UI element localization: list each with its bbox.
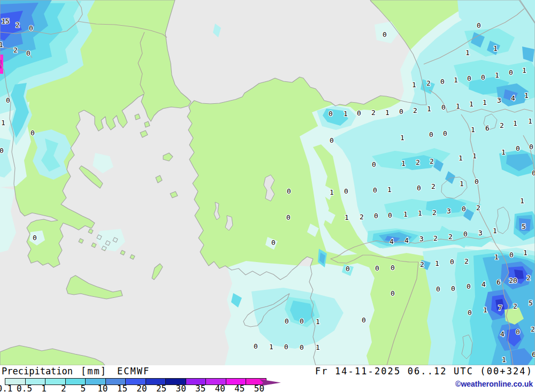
precip-value: 1 <box>330 188 334 196</box>
weather-map-page: 1520120010000011011201001013410210210111… <box>0 0 535 392</box>
precip-value: 1 <box>522 66 526 74</box>
precip-value: 0 <box>475 178 479 186</box>
precip-value: 0 <box>467 282 471 290</box>
precip-value: 0 <box>429 130 433 139</box>
precip-value: 15 <box>1 17 10 25</box>
precip-value: 7 <box>498 304 502 312</box>
precip-value: 4 <box>389 237 394 245</box>
precip-value: 2 <box>476 204 480 212</box>
precip-value: 0 <box>450 258 454 266</box>
precip-value: 0 <box>6 96 10 104</box>
color-scale-ticks: 0.10.5125101520253035404550 <box>0 383 535 392</box>
precip-value: 0 <box>477 21 481 29</box>
precip-value: 0 <box>254 342 258 350</box>
precip-value: 0 <box>26 49 30 57</box>
precip-value: 0 <box>285 317 289 325</box>
precip-value: 2 <box>500 121 504 129</box>
precip-value: 4 <box>482 280 486 288</box>
precip-value: 1 <box>493 44 498 52</box>
precip-value: 0 <box>357 109 361 117</box>
precip-value: 0 <box>399 107 403 116</box>
precip-value: 1 <box>483 98 487 106</box>
precip-value: 0 <box>375 264 379 272</box>
precip-value: 0 <box>467 74 471 82</box>
precip-value: 20 <box>509 276 517 285</box>
precip-value: 2 <box>513 302 517 310</box>
scale-tick-label: 5 <box>80 383 86 392</box>
precip-value: 1 <box>528 117 532 125</box>
precip-value: 0 <box>29 24 33 32</box>
precip-value: 3 <box>497 96 501 104</box>
precip-value: 2 <box>430 157 434 165</box>
precip-value: 6 <box>485 124 490 132</box>
precip-value: 1 <box>460 180 464 188</box>
scale-tick-label: 0.5 <box>17 383 32 392</box>
precip-value: 1 <box>385 109 389 117</box>
precip-value: 0 <box>532 169 535 177</box>
precip-value: 0 <box>463 230 468 238</box>
precip-value: 0 <box>443 129 447 137</box>
precip-value: 2 <box>416 158 420 166</box>
scale-tick-label: 10 <box>97 383 108 392</box>
precip-value: 1 <box>345 213 349 221</box>
precip-value: 0 <box>441 103 446 111</box>
precip-value: 0 <box>33 234 37 242</box>
precip-value: 1 <box>513 119 517 127</box>
scale-tick-label: 50 <box>254 383 264 392</box>
precip-value: 2 <box>464 257 469 265</box>
precip-value: 1 <box>403 210 408 218</box>
precip-value: 1 <box>495 71 499 79</box>
precip-value: 2 <box>448 233 453 241</box>
precip-value: 2 <box>431 182 435 190</box>
precip-value: 0 <box>481 73 485 81</box>
precip-value: 2 <box>526 274 531 282</box>
precip-value: 1 <box>458 154 463 162</box>
precip-value: 0 <box>344 187 348 195</box>
precip-value: 1 <box>520 197 524 205</box>
precip-value: 0 <box>0 147 4 155</box>
precip-value: 0 <box>383 30 387 39</box>
precip-value: 0 <box>372 160 376 168</box>
precip-value: 2 <box>432 209 437 217</box>
precip-value: 1 <box>494 253 499 261</box>
precip-value: 1 <box>435 259 439 267</box>
precip-value: 3 <box>419 235 424 243</box>
precip-value: 1 <box>401 159 406 167</box>
precip-value: 6 <box>532 350 535 358</box>
precip-value: 0 <box>286 213 291 221</box>
precipitation-map: 1520120010000011011201001013410210210111… <box>0 0 535 365</box>
precip-value: 1 <box>0 41 3 49</box>
precip-value: 0 <box>509 251 514 259</box>
precip-value: 0 <box>388 211 392 219</box>
precip-value: 0 <box>346 265 350 273</box>
precip-value: 0 <box>287 187 291 195</box>
precip-value: 0 <box>391 289 395 297</box>
precip-value: 2 <box>531 325 535 333</box>
precip-value: 0 <box>373 186 377 194</box>
precip-value: 1 <box>501 148 506 156</box>
precip-value: 1 <box>1 119 5 127</box>
precip-value: 1 <box>456 102 460 110</box>
precip-value: 1 <box>469 100 473 108</box>
precip-value: 0 <box>516 144 520 152</box>
precip-value: 2 <box>13 46 18 54</box>
precip-value: 1 <box>471 126 475 134</box>
precip-value: 1 <box>472 152 477 160</box>
precip-value: 2 <box>426 79 431 87</box>
precip-value: 2 <box>360 213 364 221</box>
scale-tick-label: 25 <box>156 383 166 392</box>
precip-value: 1 <box>316 318 320 326</box>
precip-value: 2 <box>371 109 376 117</box>
precip-value: 0 <box>417 184 421 192</box>
precip-value: 0 <box>516 328 520 336</box>
precip-value: 1 <box>483 306 487 314</box>
precip-value: 1 <box>316 343 320 351</box>
precip-value: 4 <box>500 330 505 338</box>
precip-value: 1 <box>400 134 404 142</box>
precip-value: 1 <box>454 76 458 84</box>
precip-value: 4 <box>511 94 515 102</box>
legend-footer: Precipitation [mm] ECMWF Fr 14-11-2025 0… <box>0 365 535 392</box>
scale-tick-label: 2 <box>61 383 66 392</box>
scale-tick-label: 35 <box>195 383 205 392</box>
scale-tick-label: 0.1 <box>0 383 12 392</box>
